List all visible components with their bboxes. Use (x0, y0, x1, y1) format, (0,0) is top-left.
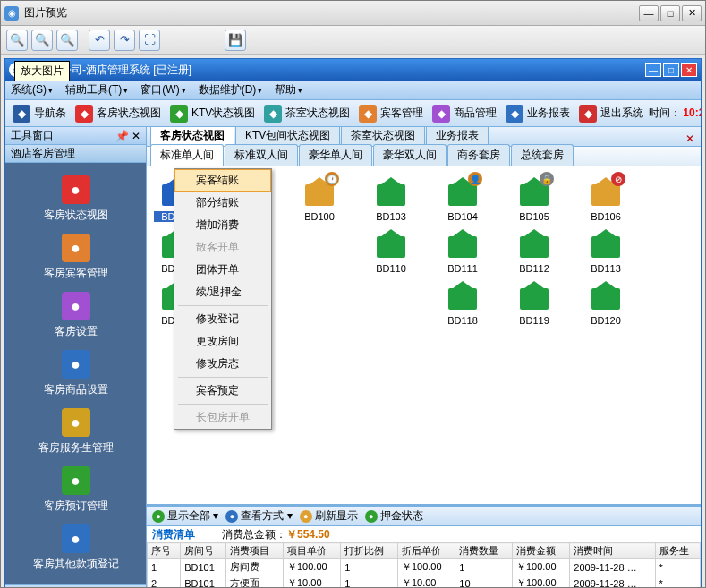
toolbar-item[interactable]: ◆客房状态视图 (72, 103, 165, 124)
inner-title: 术有限公司-酒店管理系统 [已注册] (29, 63, 643, 78)
table-header[interactable]: 项目单价 (283, 543, 340, 559)
context-menu-item[interactable]: 续/退押金 (174, 281, 271, 303)
zoom-fit-button[interactable]: 🔍 (56, 30, 78, 51)
room-item[interactable]: 🕐BD100 (297, 174, 342, 222)
context-menu-item[interactable]: 修改房态 (174, 353, 271, 375)
sidebar-item[interactable]: ●客房其他款项登记 (5, 519, 146, 577)
tab-primary[interactable]: 客房状态视图 (150, 127, 234, 146)
room-item[interactable]: 🔒BD105 (512, 174, 557, 222)
toolbar-icon: ◆ (579, 105, 597, 123)
sidebar-item[interactable]: ●客房预订管理 (5, 461, 146, 519)
tab-secondary[interactable]: 商务套房 (447, 144, 510, 166)
room-badge-icon: 🕐 (325, 172, 339, 186)
toolbar-item[interactable]: ◆KTV状态视图 (166, 103, 259, 124)
context-menu-item[interactable]: 部分结账 (174, 192, 271, 214)
rotate-left-button[interactable]: ↶ (89, 30, 110, 51)
menu-item[interactable]: 辅助工具(T) (65, 82, 128, 98)
inner-titlebar: ◉ 术有限公司-酒店管理系统 [已注册] — □ ✕ (5, 59, 701, 81)
consumption-toolbar-button[interactable]: ●押金状态 (365, 508, 423, 524)
inner-maximize-button[interactable]: □ (663, 63, 679, 77)
table-header[interactable]: 消费项目 (226, 543, 284, 559)
menu-item[interactable]: 帮助 (275, 82, 302, 98)
room-icon: ⊘ (588, 174, 624, 209)
main-toolbar: ◆导航条◆客房状态视图◆KTV状态视图◆茶室状态视图◆宾客管理◆商品管理◆业务报… (5, 100, 701, 127)
toolbar-icon: ◆ (13, 105, 30, 123)
toolbar-item[interactable]: ◆导航条 (9, 103, 70, 124)
toolbar-item[interactable]: ◆茶室状态视图 (260, 103, 353, 124)
inner-close-button[interactable]: ✕ (681, 63, 697, 77)
context-menu-item[interactable]: 更改房间 (174, 330, 271, 353)
room-item[interactable]: BD103 (369, 174, 413, 222)
table-row[interactable]: 1BD101房间费￥100.001￥100.001￥100.002009-11-… (148, 559, 701, 575)
room-item[interactable]: BD118 (440, 277, 485, 326)
sidebar-item[interactable]: ●客房设置 (5, 286, 146, 345)
tab-primary[interactable]: 业务报表 (426, 127, 489, 146)
room-item[interactable]: BD110 (369, 226, 413, 274)
context-menu-item[interactable]: 修改登记 (174, 308, 271, 330)
maximize-button[interactable]: □ (660, 5, 680, 21)
consumption-toolbar-button[interactable]: ●查看方式 ▾ (225, 508, 292, 524)
minimize-button[interactable]: — (639, 5, 659, 21)
rotate-right-button[interactable]: ↷ (114, 30, 135, 51)
zoom-in-button[interactable]: 🔍 (6, 30, 28, 51)
tab-primary[interactable]: 茶室状态视图 (341, 127, 425, 146)
room-label: BD119 (519, 315, 549, 326)
toolbar-item[interactable]: ◆业务报表 (502, 103, 574, 124)
context-menu-item[interactable]: 团体开单 (174, 259, 271, 281)
table-header[interactable]: 消费金额 (512, 543, 569, 559)
tab-secondary[interactable]: 总统套房 (511, 144, 574, 166)
tab-primary[interactable]: KTV包间状态视图 (235, 127, 340, 146)
close-button[interactable]: ✕ (682, 5, 702, 21)
tab-secondary[interactable]: 豪华双人间 (373, 144, 447, 166)
table-row[interactable]: 2BD101方便面￥10.001￥10.0010￥100.002009-11-2… (148, 575, 701, 588)
room-item[interactable]: BD111 (440, 226, 485, 274)
room-icon (588, 226, 624, 261)
table-header[interactable]: 服务生 (655, 543, 700, 559)
table-header[interactable]: 消费数量 (455, 543, 513, 559)
table-header[interactable]: 消费时间 (570, 543, 655, 559)
room-item[interactable]: ⊘BD106 (583, 174, 628, 222)
room-item[interactable]: BD113 (583, 226, 628, 274)
toolbar-item[interactable]: ◆商品管理 (429, 103, 500, 124)
table-header[interactable]: 序号 (148, 543, 181, 559)
tab-secondary[interactable]: 标准双人间 (225, 144, 298, 166)
sidebar-accordion-ktv[interactable]: KTV包间管理 (5, 584, 146, 587)
tab-secondary[interactable]: 豪华单人间 (299, 144, 372, 166)
table-header[interactable]: 折后单价 (397, 543, 455, 559)
sidebar-item[interactable]: ●客房服务生管理 (5, 403, 146, 461)
sidebar-item[interactable]: ●客房状态视图 (5, 170, 146, 228)
tab-secondary[interactable]: 标准单人间 (150, 144, 224, 166)
sidebar-item[interactable]: ●客房商品设置 (5, 345, 146, 403)
room-item[interactable]: BD112 (512, 226, 557, 274)
room-item[interactable]: BD119 (512, 277, 557, 326)
room-icon (516, 226, 552, 261)
save-button[interactable]: 💾 (225, 30, 246, 51)
room-item[interactable]: BD120 (583, 277, 628, 326)
room-icon (516, 277, 552, 313)
toolbar-item[interactable]: ◆宾客管理 (355, 103, 427, 124)
menu-item[interactable]: 数据维护(D) (199, 82, 263, 98)
menu-item[interactable]: 系统(S) (11, 82, 53, 98)
table-header[interactable]: 房间号 (181, 543, 226, 559)
room-label: BD111 (447, 263, 478, 274)
sidebar-accordion-hotel[interactable]: 酒店客房管理 (5, 145, 146, 163)
toolbar-item[interactable]: ◆退出系统 (575, 103, 647, 124)
sidebar-item[interactable]: ●客房宾客管理 (5, 228, 146, 286)
context-separator (178, 404, 268, 405)
consumption-toolbar-button[interactable]: ●刷新显示 (300, 508, 358, 524)
room-item[interactable]: 👤BD104 (440, 174, 485, 222)
context-menu-item: 散客开单 (174, 236, 271, 259)
context-menu-item[interactable]: 增加消费 (174, 214, 271, 236)
sidebar-pin-icon[interactable]: 📌 ✕ (115, 130, 140, 142)
table-header[interactable]: 打折比例 (341, 543, 398, 559)
tab-close-icon[interactable]: ✕ (683, 132, 697, 146)
crop-button[interactable]: ⛶ (139, 30, 160, 51)
consumption-toolbar-button[interactable]: ●显示全部 ▾ (152, 508, 218, 524)
menu-item[interactable]: 窗口(W) (140, 82, 185, 98)
inner-minimize-button[interactable]: — (645, 63, 661, 77)
sidebar-item-icon: ● (62, 234, 90, 262)
context-menu-item[interactable]: 宾客预定 (174, 379, 271, 402)
zoom-out-button[interactable]: 🔍 (31, 30, 53, 51)
context-menu-item[interactable]: 宾客结账 (174, 169, 271, 192)
room-icon (373, 226, 409, 261)
